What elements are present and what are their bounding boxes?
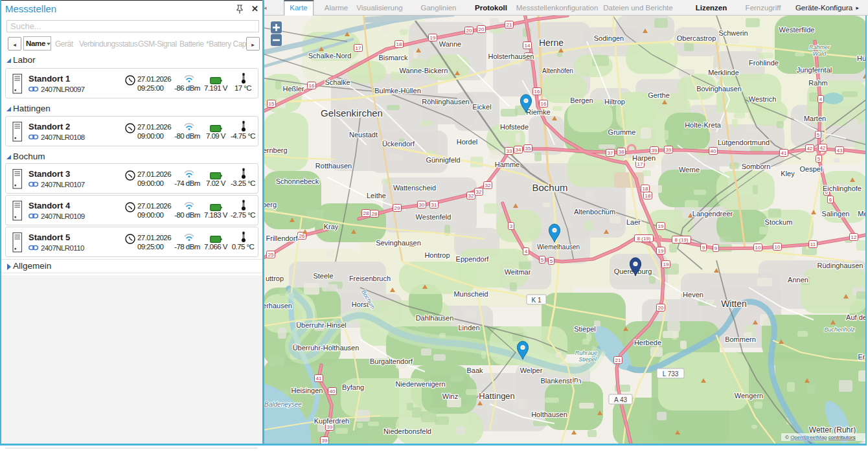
svg-text:Ruhraue: Ruhraue	[575, 350, 598, 356]
svg-text:Hattingen: Hattingen	[479, 391, 515, 401]
svg-text:39: 39	[666, 147, 672, 153]
svg-text:L 733: L 733	[663, 370, 679, 378]
svg-text:Niederwenigern: Niederwenigern	[395, 380, 445, 388]
svg-text:40: 40	[711, 148, 716, 154]
svg-text:Byfang: Byfang	[342, 383, 364, 391]
svg-text:Ückendorf: Ückendorf	[382, 140, 415, 148]
svg-text:Hü: Hü	[857, 54, 866, 62]
svg-text:Baak: Baak	[466, 367, 483, 374]
svg-text:Marten: Marten	[804, 115, 826, 122]
svg-text:Sodingen: Sodingen	[594, 34, 624, 42]
svg-text:Überruhr-Hinsel: Überruhr-Hinsel	[296, 321, 347, 329]
svg-text:28: 28	[372, 211, 378, 217]
svg-text:Linden: Linden	[458, 324, 479, 332]
svg-text:9: 9	[702, 245, 705, 251]
svg-text:Altenbochum: Altenbochum	[574, 208, 615, 216]
svg-text:19: 19	[658, 248, 664, 254]
svg-text:5: 5	[550, 258, 553, 264]
svg-text:Freisenbruch: Freisenbruch	[349, 275, 391, 282]
svg-text:10: 10	[755, 245, 761, 251]
svg-text:41: 41	[781, 150, 787, 156]
svg-text:Werne: Werne	[679, 166, 700, 174]
svg-text:16: 16	[541, 101, 547, 107]
svg-text:Heven: Heven	[683, 291, 703, 299]
svg-text:Weitmar: Weitmar	[505, 268, 531, 276]
svg-text:19: 19	[663, 262, 669, 267]
svg-text:Holte-Kreta: Holte-Kreta	[685, 121, 722, 129]
svg-text:20: 20	[466, 28, 472, 34]
svg-text:Holthausen: Holthausen	[531, 411, 567, 418]
svg-text:aternberg: aternberg	[263, 146, 288, 154]
svg-text:Oespel: Oespel	[800, 165, 823, 173]
svg-text:41: 41	[316, 376, 322, 381]
svg-text:Überruhr-Holthausen: Überruhr-Holthausen	[293, 344, 360, 352]
svg-text:Hamme: Hamme	[495, 161, 520, 168]
svg-text:Hiltrop: Hiltrop	[604, 98, 625, 106]
svg-text:Bovinghausen: Bovinghausen	[696, 85, 742, 93]
svg-text:Wanne-Bickern: Wanne-Bickern	[400, 67, 448, 74]
svg-text:Bulmke-Hüllen: Bulmke-Hüllen	[374, 87, 421, 95]
svg-text:5: 5	[817, 156, 821, 162]
svg-text:Wanne: Wanne	[439, 40, 461, 48]
svg-text:39: 39	[652, 148, 657, 153]
svg-text:Er: Er	[858, 353, 865, 361]
svg-text:Schwerin: Schwerin	[718, 29, 748, 37]
svg-text:30: 30	[419, 202, 425, 208]
svg-text:Leithe: Leithe	[367, 192, 386, 199]
svg-text:Sevinghausen: Sevinghausen	[376, 239, 421, 247]
svg-text:Bommern: Bommern	[725, 335, 756, 343]
svg-text:32: 32	[476, 189, 482, 195]
svg-text:16: 16	[534, 89, 540, 95]
svg-text:Eickel: Eickel	[472, 103, 491, 111]
svg-text:Schalke-Nord: Schalke-Nord	[308, 52, 352, 60]
svg-text:Stiepel: Stiepel	[578, 356, 597, 363]
svg-text:Lütgendortmund: Lütgendortmund	[718, 139, 770, 146]
svg-text:Jungferntal: Jungferntal	[797, 66, 832, 74]
svg-text:Munscheid: Munscheid	[453, 290, 488, 298]
svg-text:28: 28	[363, 210, 369, 216]
svg-text:Günnigfeld: Günnigfeld	[426, 156, 460, 164]
svg-text:Obercastrop: Obercastrop	[677, 34, 716, 42]
svg-text:Dahlhausen: Dahlhausen	[416, 314, 454, 322]
svg-text:Westerfilde: Westerfilde	[779, 26, 815, 34]
svg-text:Neustadt: Neustadt	[349, 131, 378, 139]
svg-text:8 (19): 8 (19)	[637, 236, 651, 242]
svg-text:38: 38	[619, 149, 624, 155]
svg-text:37: 37	[608, 150, 613, 156]
svg-text:39: 39	[322, 438, 328, 444]
svg-text:Stiepel: Stiepel	[574, 325, 596, 333]
svg-text:12: 12	[851, 234, 857, 240]
svg-text:29: 29	[394, 205, 400, 211]
svg-text:25: 25	[268, 252, 274, 258]
svg-text:Steele: Steele	[313, 272, 333, 280]
svg-text:Holsterhausen: Holsterhausen	[488, 52, 534, 60]
svg-text:Kray: Kray	[324, 223, 339, 231]
svg-text:K 1: K 1	[531, 297, 541, 304]
svg-text:Herne: Herne	[539, 38, 564, 48]
svg-text:Frillendorf: Frillendorf	[266, 234, 299, 242]
svg-text:17: 17	[356, 45, 361, 51]
svg-text:Herbede: Herbede	[634, 339, 661, 346]
svg-text:35: 35	[525, 146, 531, 152]
svg-text:Kupferdreh: Kupferdreh	[314, 417, 349, 425]
svg-text:Eppendorf: Eppendorf	[456, 255, 490, 263]
svg-text:21: 21	[615, 357, 621, 363]
svg-text:Westenfeld: Westenfeld	[416, 213, 451, 221]
svg-text:20: 20	[479, 27, 485, 32]
svg-text:4: 4	[525, 249, 528, 254]
svg-text:Niederbonsfeld: Niederbonsfeld	[383, 427, 431, 435]
svg-text:Stockum: Stockum	[765, 218, 793, 226]
svg-text:6: 6	[829, 197, 832, 203]
svg-text:Wattenscheid: Wattenscheid	[393, 184, 436, 192]
svg-text:11: 11	[810, 242, 816, 247]
svg-text:Laer: Laer	[626, 218, 641, 226]
svg-text:5: 5	[817, 132, 820, 138]
svg-text:40: 40	[330, 389, 336, 394]
svg-text:32: 32	[485, 183, 491, 188]
svg-text:3: 3	[510, 223, 513, 229]
svg-text:Auf de: Auf de	[846, 313, 866, 321]
svg-text:32: 32	[468, 193, 474, 199]
svg-text:17: 17	[637, 161, 643, 167]
svg-text:Witten: Witten	[721, 299, 747, 309]
svg-text:Bergen: Bergen	[570, 96, 593, 104]
